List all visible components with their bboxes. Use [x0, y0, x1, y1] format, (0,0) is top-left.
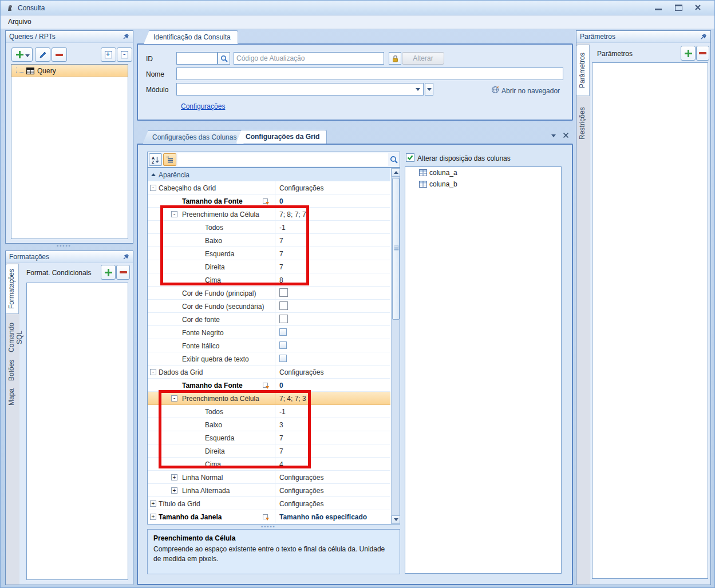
apply-value-icon[interactable]	[263, 198, 268, 204]
nome-input[interactable]	[176, 67, 563, 80]
codigo-atualizacao-input[interactable]	[234, 52, 384, 65]
property-row[interactable]: Cabeçalho da GridConfigurações	[148, 181, 390, 194]
property-row[interactable]: Linha NormalConfigurações	[148, 471, 390, 484]
color-swatch[interactable]	[279, 315, 288, 323]
expand-box-icon[interactable]	[150, 514, 156, 520]
list-item[interactable]: coluna_b	[405, 178, 561, 190]
id-input[interactable]	[176, 52, 218, 65]
list-item[interactable]: coluna_a	[405, 167, 561, 178]
collapse-box-icon[interactable]	[171, 395, 177, 402]
property-row[interactable]: Exibir quebra de texto	[148, 352, 390, 365]
minimize-icon[interactable]	[655, 9, 662, 10]
expand-box-icon[interactable]	[150, 500, 156, 507]
pin-icon[interactable]	[123, 33, 129, 40]
scroll-down-button[interactable]	[392, 515, 400, 524]
remove-formatting-button[interactable]	[116, 265, 130, 280]
property-row[interactable]: Direita7	[148, 444, 390, 458]
apply-value-icon[interactable]	[263, 514, 268, 519]
property-row-selected[interactable]: Preenchimento da Célula7; 4; 7; 3	[148, 392, 390, 405]
checkbox[interactable]	[279, 355, 287, 362]
pin-icon[interactable]	[123, 253, 129, 260]
configuracoes-link[interactable]: Configurações	[181, 102, 225, 110]
expand-all-button[interactable]	[101, 47, 116, 62]
property-row[interactable]: Fonte Itálico	[148, 339, 390, 352]
sort-alphabetical-button[interactable]: AZ	[149, 153, 162, 166]
panel-menu-chevron-icon[interactable]	[551, 134, 556, 137]
scroll-up-button[interactable]	[392, 168, 400, 177]
description-splitter[interactable]: •••••	[261, 526, 276, 528]
property-row[interactable]: Todos-1	[148, 405, 390, 418]
checkbox[interactable]	[279, 328, 287, 336]
color-swatch[interactable]	[279, 288, 288, 297]
collapse-box-icon[interactable]	[150, 369, 156, 375]
close-icon[interactable]	[694, 4, 701, 11]
tab-mapa[interactable]: Mapa	[6, 385, 19, 409]
property-row[interactable]: Tamanho da JanelaTamanho não especificad…	[148, 510, 390, 523]
remove-parametro-button[interactable]	[696, 46, 709, 61]
property-row[interactable]: Esquerda7	[148, 431, 390, 444]
property-row[interactable]: Cor de Fundo (secundária)	[148, 300, 390, 313]
pin-icon[interactable]	[700, 33, 707, 40]
color-swatch[interactable]	[279, 301, 288, 310]
property-row[interactable]: Preenchimento da Célula7; 8; 7; 7	[148, 208, 390, 221]
alterar-button[interactable]: Alterar	[402, 52, 444, 65]
title-bar[interactable]: Consulta	[1, 1, 715, 15]
tab-restricoes[interactable]: Restrições	[576, 98, 590, 149]
property-row[interactable]: Dados da GridConfigurações	[148, 365, 390, 379]
tab-parametros[interactable]: Parâmetros	[576, 45, 590, 96]
property-grid-scrollbar[interactable]	[391, 168, 400, 524]
property-row[interactable]: Baixo7	[148, 234, 390, 247]
parametros-list[interactable]	[592, 62, 708, 579]
tab-identificacao[interactable]: Identificação da Consulta	[144, 30, 238, 44]
parametros-panel-header: Parâmetros	[576, 31, 710, 43]
tab-botoes[interactable]: Botões	[6, 360, 19, 384]
property-row[interactable]: Esquerda7	[148, 247, 390, 260]
property-row[interactable]: Todos-1	[148, 221, 390, 234]
categorized-view-button[interactable]	[163, 153, 176, 166]
collapse-box-icon[interactable]	[150, 185, 156, 191]
edit-query-button[interactable]	[35, 47, 50, 62]
tab-comando-sql[interactable]: Comando SQL	[6, 316, 19, 359]
add-parametro-button[interactable]	[681, 46, 696, 61]
horizontal-splitter[interactable]: •••••	[57, 245, 72, 247]
tab-configuracoes-colunas[interactable]: Configurações das Colunas	[143, 130, 244, 144]
alterar-disposicao-checkbox[interactable]	[406, 153, 414, 162]
property-row[interactable]: Baixo3	[148, 418, 390, 431]
minus-icon	[120, 271, 127, 273]
property-row[interactable]: Cor de Fundo (principal)	[148, 287, 390, 300]
property-row[interactable]: Direita7	[148, 260, 390, 273]
property-search-input[interactable]	[177, 153, 388, 166]
tab-configuracoes-grid[interactable]: Configurações da Grid	[236, 130, 327, 144]
add-query-button[interactable]	[11, 47, 33, 62]
modulo-options-button[interactable]	[425, 83, 433, 96]
checkbox[interactable]	[279, 341, 287, 349]
collapse-box-icon[interactable]	[171, 211, 177, 217]
formatting-list[interactable]	[26, 283, 128, 580]
maximize-icon[interactable]	[675, 5, 682, 11]
tab-formatacoes[interactable]: Formatações	[6, 264, 19, 314]
expand-box-icon[interactable]	[171, 487, 177, 494]
property-row[interactable]: Tamanho da Fonte0	[148, 379, 390, 392]
remove-query-button[interactable]	[52, 47, 67, 62]
lock-button[interactable]	[389, 52, 401, 65]
expand-box-icon[interactable]	[171, 474, 177, 480]
search-id-button[interactable]	[218, 52, 230, 65]
property-row[interactable]: Tamanho da Fonte0	[148, 194, 390, 208]
property-row[interactable]: Linha AlternadaConfigurações	[148, 484, 390, 497]
menu-item-arquivo[interactable]: Arquivo	[8, 18, 31, 26]
category-row[interactable]: Aparência	[148, 168, 390, 181]
property-row[interactable]: Fonte Negrito	[148, 326, 390, 339]
property-row[interactable]: Cima4	[148, 458, 390, 471]
abrir-navegador-link[interactable]: Abrir no navegador	[501, 87, 560, 95]
modulo-combobox[interactable]	[176, 83, 424, 96]
add-formatting-button[interactable]	[101, 265, 116, 280]
scrollbar-thumb[interactable]	[392, 178, 400, 320]
apply-value-icon[interactable]	[263, 383, 268, 388]
collapse-all-button[interactable]	[117, 47, 132, 62]
tree-item-query[interactable]: Query	[11, 65, 128, 77]
panel-close-icon[interactable]	[563, 132, 569, 138]
property-row[interactable]: Cima8	[148, 273, 390, 287]
property-row[interactable]: Cor de fonte	[148, 313, 390, 326]
columns-list[interactable]: coluna_a coluna_b	[405, 166, 562, 574]
property-row[interactable]: Título da GridConfigurações	[148, 497, 390, 510]
